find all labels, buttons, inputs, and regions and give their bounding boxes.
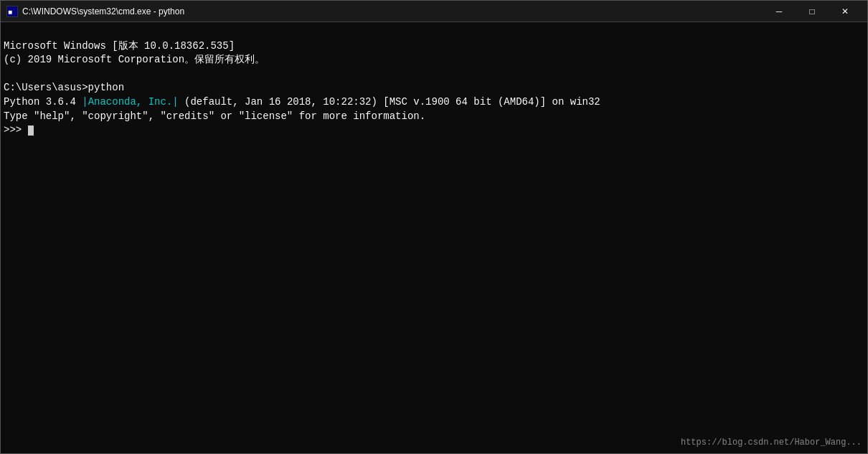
copyright-line: (c) 2019 Microsoft Corporation。保留所有权利。 <box>4 54 265 65</box>
console-content: Microsoft Windows [版本 10.0.18362.535] (c… <box>4 25 864 151</box>
watermark: https://blog.csdn.net/Habor_Wang... <box>681 438 862 448</box>
windows-version-line: Microsoft Windows [版本 10.0.18362.535] <box>4 40 235 52</box>
prompt-text: >>> <box>4 124 28 136</box>
maximize-button[interactable]: □ <box>796 1 829 22</box>
svg-text:■: ■ <box>8 9 12 16</box>
help-line: Type "help", "copyright", "credits" or "… <box>4 110 425 122</box>
prompt-line: >>> <box>4 124 34 136</box>
cmd-icon: ■ <box>6 6 18 17</box>
anaconda-bar-right: | <box>172 96 178 108</box>
anaconda-text: Anaconda, Inc. <box>88 96 173 108</box>
title-bar: ■ C:\WINDOWS\system32\cmd.exe - python ─… <box>1 1 867 22</box>
cmd-window: ■ C:\WINDOWS\system32\cmd.exe - python ─… <box>0 0 868 454</box>
close-button[interactable]: ✕ <box>829 1 862 22</box>
python-version-text: Python 3.6.4 <box>4 96 82 108</box>
window-controls: ─ □ ✕ <box>763 1 862 22</box>
console-area[interactable]: Microsoft Windows [版本 10.0.18362.535] (c… <box>1 22 867 453</box>
anaconda-bar-left: | <box>82 96 88 108</box>
minimize-button[interactable]: ─ <box>763 1 796 22</box>
window-title: C:\WINDOWS\system32\cmd.exe - python <box>22 6 184 16</box>
python-command-line: C:\Users\asus>python <box>4 82 124 93</box>
cursor <box>28 126 34 136</box>
python-version-line: Python 3.6.4 |Anaconda, Inc.| (default, … <box>4 96 600 108</box>
python-info-text: (default, Jan 16 2018, 10:22:32) [MSC v.… <box>179 96 600 108</box>
blank-line <box>4 68 9 80</box>
title-bar-left: ■ C:\WINDOWS\system32\cmd.exe - python <box>6 6 184 17</box>
